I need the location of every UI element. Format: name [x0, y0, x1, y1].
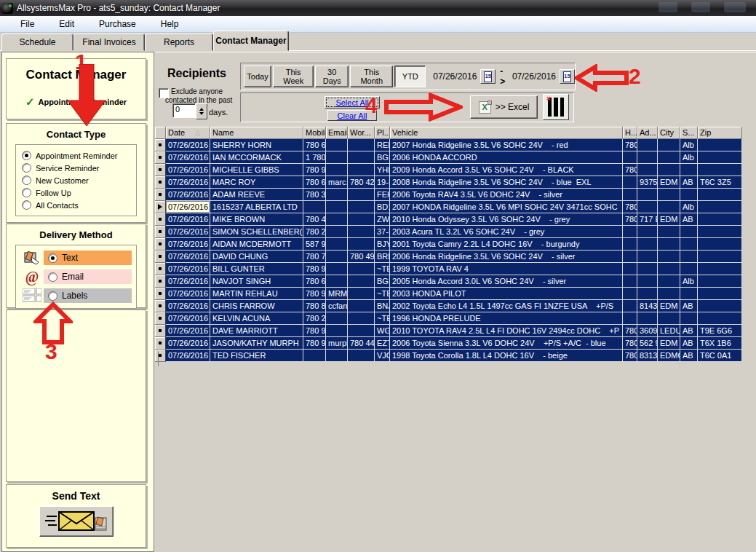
- range-30-days-button[interactable]: 30 Days: [315, 66, 349, 87]
- column-header-pl[interactable]: Pl...: [375, 127, 390, 139]
- table-row[interactable]: 07/26/20161615237 ALBERTA LTDBD12007 HON…: [155, 201, 742, 213]
- radio-follow-up[interactable]: Follow Up: [22, 186, 133, 199]
- column-header-h[interactable]: H...: [623, 127, 637, 139]
- main-content: Recipients Exclude anyone contacted in t…: [155, 52, 756, 552]
- table-row[interactable]: 07/26/2016MARC ROY780 68marc.780 4219-K2…: [155, 176, 742, 189]
- table-row[interactable]: 07/26/2016ADAM REEVE780 34FEH2006 Toyota…: [155, 189, 742, 201]
- column-header-name[interactable]: Name: [210, 127, 303, 139]
- radio-icon: [48, 291, 57, 301]
- cell-name: DAVE MARRIOTT: [210, 325, 303, 337]
- cell-ad: 8143: [637, 300, 658, 312]
- radio-delivery-email[interactable]: Email: [44, 269, 132, 284]
- table-row[interactable]: 07/26/2016BILL GUNTER780 99~TE1999 TOYOT…: [155, 263, 742, 275]
- radio-service-reminder[interactable]: Service Reminder: [22, 162, 133, 174]
- column-header-zip[interactable]: Zip: [698, 127, 742, 139]
- calendar-icon: 15: [563, 71, 571, 82]
- column-header-work[interactable]: Wor...: [348, 127, 375, 139]
- cell-city: [658, 238, 680, 251]
- radio-icon: [22, 200, 31, 210]
- cell-city: EDM: [658, 300, 680, 312]
- table-row[interactable]: 07/26/2016TED FISCHERVJG1998 Toyota Coro…: [155, 350, 742, 362]
- excel-export-button[interactable]: X >> Excel: [470, 95, 538, 119]
- cell-email: MRM: [326, 288, 348, 300]
- radio-new-customer[interactable]: New Customer: [22, 174, 133, 186]
- send-text-button[interactable]: [39, 506, 114, 537]
- tab-schedule[interactable]: Schedule: [1, 33, 73, 51]
- cell-pl: BD1: [375, 201, 390, 213]
- cell-email: marc.: [326, 176, 348, 189]
- table-row[interactable]: 07/26/2016NAVJOT SINGH780 68BGL2005 Hond…: [155, 275, 742, 288]
- table-row[interactable]: 07/26/2016CHRIS FARROW780 88ccfarrBNJ200…: [155, 300, 742, 312]
- cell-ad: [637, 251, 658, 263]
- date-from-calendar-button[interactable]: 15: [480, 69, 496, 84]
- days-input[interactable]: 0: [172, 103, 196, 118]
- cell-name: MARC ROY: [210, 176, 303, 189]
- radio-all-contacts[interactable]: All Contacts: [22, 199, 133, 211]
- menu-purchase[interactable]: Purchase: [93, 17, 142, 31]
- range-today-button[interactable]: Today: [244, 66, 271, 87]
- menu-edit[interactable]: Edit: [53, 17, 80, 31]
- cell-vehicle: 2001 Toyota Camry 2.2L L4 DOHC 16V - bur…: [390, 238, 623, 251]
- table-row[interactable]: 07/26/2016SHERRY HORN780 65REE2007 Honda…: [155, 139, 742, 151]
- cell-h: [623, 312, 637, 325]
- table-row[interactable]: 07/26/2016MARTIN REHLAU780 91MRM~TE2003 …: [155, 288, 742, 300]
- table-row[interactable]: 07/26/2016DAVID CHUNG780 70780 49BRL2006…: [155, 251, 742, 263]
- cell-work: 780 44: [348, 337, 375, 350]
- cell-city: [658, 164, 680, 176]
- cell-ad: [637, 226, 658, 238]
- table-row[interactable]: 07/26/2016DAVE MARRIOTT780 95WG2010 TOYO…: [155, 325, 742, 337]
- cell-h: [623, 251, 637, 263]
- menu-bar: File Edit Purchase Help: [0, 16, 756, 33]
- cell-h: [623, 151, 637, 164]
- table-row[interactable]: 07/26/2016IAN MCCORMACK1 780BGD2006 HOND…: [155, 151, 742, 164]
- cell-date: 07/26/2016: [166, 300, 210, 312]
- column-header-ad[interactable]: Ad...: [637, 127, 658, 139]
- tab-final-invoices[interactable]: Final Invoices: [73, 33, 145, 51]
- cell-s: AB: [680, 300, 698, 312]
- column-header-vehicle[interactable]: Vehicle: [390, 127, 623, 139]
- column-header-s[interactable]: S...: [680, 127, 698, 139]
- tab-reports[interactable]: Reports: [145, 33, 213, 51]
- tab-contact-manager[interactable]: Contact Manager: [213, 31, 289, 51]
- menu-help[interactable]: Help: [155, 17, 185, 31]
- menu-file[interactable]: File: [15, 17, 40, 31]
- date-from-value[interactable]: 07/26/2016: [433, 71, 477, 82]
- date-to-calendar-button[interactable]: 15: [560, 69, 575, 84]
- range-this-week-button[interactable]: This Week: [273, 66, 314, 87]
- column-header-email[interactable]: Email: [326, 127, 348, 139]
- range-this-month-button[interactable]: This Month: [350, 66, 393, 87]
- cell-email: [326, 201, 348, 213]
- exclude-label-line1: Exclude anyone: [171, 87, 223, 95]
- cell-work: [348, 275, 375, 288]
- cell-email: [326, 151, 348, 164]
- cell-pl: VJG: [375, 350, 390, 362]
- radio-delivery-labels[interactable]: Labels: [44, 288, 132, 303]
- column-header-mobile[interactable]: Mobile: [303, 127, 326, 139]
- check-icon: ✓: [25, 95, 35, 109]
- table-row[interactable]: 07/26/2016SIMON SCHELLENBER(780 2637-N20…: [155, 226, 742, 238]
- table-row[interactable]: 07/26/2016JASON/KATHY MURPH780 90murph78…: [155, 337, 742, 350]
- radio-icon: [48, 253, 57, 263]
- annotation-arrow-4-right: [384, 92, 463, 122]
- cell-email: [326, 226, 348, 238]
- radio-appointment-reminder[interactable]: Appointment Reminder: [22, 149, 133, 162]
- table-row[interactable]: 07/26/2016MIKE BROWN780 48ZW2010 Honda O…: [155, 213, 742, 226]
- date-to-value[interactable]: 07/26/2016: [512, 71, 556, 82]
- days-spinner[interactable]: [196, 103, 207, 119]
- cell-email: murph: [326, 337, 348, 350]
- column-header-date[interactable]: Date△: [166, 127, 210, 139]
- table-row[interactable]: 07/26/2016MICHELLE GIBBS780 90YHF2009 Ho…: [155, 164, 742, 176]
- cell-ad: [637, 139, 658, 151]
- cell-h: 780: [623, 201, 637, 213]
- cell-s: Alb: [680, 151, 698, 164]
- radio-delivery-text[interactable]: Text: [44, 251, 132, 265]
- cell-email: [326, 164, 348, 176]
- cell-email: ccfarr: [326, 300, 348, 312]
- table-row[interactable]: 07/26/2016KELVIN ACUNA780 26~TE1996 HOND…: [155, 312, 742, 325]
- column-header-city[interactable]: City: [658, 127, 680, 139]
- range-ytd-button[interactable]: YTD: [394, 66, 426, 87]
- barcode-bars-button[interactable]: ×: [543, 94, 569, 120]
- cell-mobile: 780 88: [303, 300, 326, 312]
- app-window: AllsystemsMax Pro - ats5_sunday: Contact…: [0, 0, 756, 552]
- table-row[interactable]: 07/26/2016AIDAN MCDERMOTT587 98BJY2001 T…: [155, 238, 742, 251]
